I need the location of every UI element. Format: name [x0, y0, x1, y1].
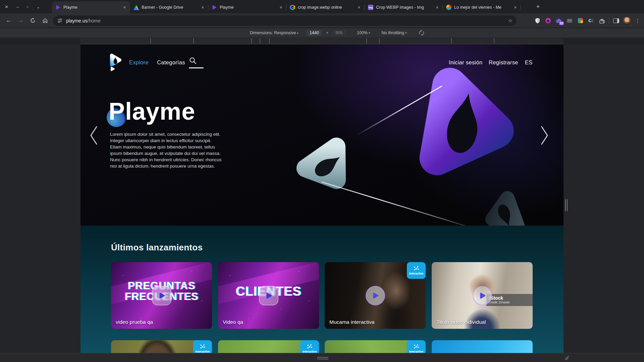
site-settings-icon[interactable]	[57, 18, 63, 23]
interactive-badge-label: Interactive	[303, 350, 317, 353]
search-input-underline	[189, 67, 204, 68]
new-tab-button[interactable]: +	[534, 3, 542, 11]
url-text[interactable]: playme.us/home	[66, 18, 101, 23]
site-viewport: Playme Lorem ipsum dolor sit amet, conse…	[80, 45, 564, 353]
nav-explore-link[interactable]: Explore	[129, 59, 149, 66]
img-favicon-icon: img	[368, 5, 373, 10]
playme-logo[interactable]	[109, 53, 122, 73]
video-card[interactable]: Interactive Mucama interactiva	[325, 262, 426, 329]
tab-close-icon[interactable]: ✕	[356, 5, 362, 10]
search-field[interactable]	[189, 57, 204, 66]
forward-button[interactable]: →	[16, 16, 25, 25]
reload-icon	[30, 18, 36, 23]
tab-google-drive[interactable]: Banner - Google Drive ✕	[130, 1, 208, 13]
nav-categories-link[interactable]: Categorías	[157, 59, 185, 66]
rotate-viewport-button[interactable]	[418, 29, 425, 36]
browser-toolbar: ← → playme.us/home ☆	[0, 13, 644, 28]
bookmark-star-icon[interactable]: ☆	[508, 18, 513, 24]
chevron-down-icon: ▾	[369, 31, 370, 35]
watermark-brand: iStock	[489, 296, 530, 301]
media-query-divider	[260, 38, 260, 44]
hero-wordmark: Playme	[109, 98, 253, 125]
sign-in-link[interactable]: Iniciar sesión	[449, 59, 483, 66]
tabs: Playme ✕ Banner - Google Drive ✕ Playme …	[52, 1, 521, 13]
side-panel-button[interactable]	[612, 17, 620, 24]
carousel-prev-button[interactable]	[89, 125, 98, 147]
video-card[interactable]: PREGUNTAS FRECUENTES video prueba qa	[111, 262, 212, 329]
url-path: /home	[88, 18, 101, 23]
play-button[interactable]	[473, 286, 492, 305]
playme-favicon-icon	[212, 5, 217, 10]
hero-description: Lorem ipsum dolor sit amet, consectetur …	[110, 131, 223, 169]
video-title: Video qa	[223, 319, 243, 325]
search-icon[interactable]	[189, 57, 197, 65]
latest-releases-section: Últimos lanzamientos PREGUNTAS FRECUENTE…	[80, 226, 564, 353]
tab-close-icon[interactable]: ✕	[434, 5, 440, 10]
tab-crop-webp[interactable]: img Crop WEBP images - Img ✕	[365, 1, 443, 13]
purple-extension[interactable]: 22	[555, 17, 562, 24]
play-button[interactable]	[366, 286, 385, 305]
profile-button[interactable]	[623, 17, 631, 24]
chevron-right-icon	[540, 125, 549, 145]
viewport-vertical-resize-handle[interactable]	[317, 357, 328, 358]
tab-close-icon[interactable]: ✕	[122, 5, 127, 10]
robot-extension[interactable]	[566, 17, 573, 24]
viewport-width-input[interactable]: 1440	[307, 30, 322, 36]
color-grid-icon	[578, 18, 583, 23]
color-grid-extension[interactable]	[577, 17, 584, 24]
tab-crop-image[interactable]: crop image.webp online ✕	[286, 1, 365, 13]
dimensions-dropdown[interactable]: Dimensions: Responsive▾	[250, 31, 299, 35]
media-query-divider	[269, 38, 270, 44]
network-icon	[413, 344, 419, 349]
colorzilla-extension[interactable]: C:	[587, 17, 595, 24]
pink-ring-icon	[545, 18, 551, 23]
zoom-dropdown[interactable]: 100%▾	[357, 31, 370, 35]
tab-close-icon[interactable]: ✕	[200, 5, 206, 10]
bottom-bar	[0, 353, 644, 362]
tab-playme-2[interactable]: Playme ✕	[208, 1, 286, 13]
url-host: playme.us	[66, 18, 88, 23]
carousel-next-button[interactable]	[540, 125, 549, 147]
google-favicon-icon	[290, 5, 295, 10]
media-query-bar[interactable]	[80, 38, 564, 44]
window-maximize-button[interactable]: ▫	[27, 5, 29, 9]
video-card[interactable]: iStock Credit: Zmaster Titulo video indi…	[432, 262, 533, 329]
window-close-button[interactable]: ✕	[5, 5, 8, 9]
back-button[interactable]: ←	[4, 16, 13, 25]
adblock-shield-extension[interactable]	[534, 17, 541, 24]
tab-lo-mejor[interactable]: Lo mejor del viernes - Me ✕	[443, 1, 521, 13]
extensions-menu-button[interactable]	[598, 17, 605, 24]
play-button[interactable]	[259, 286, 278, 305]
reload-button[interactable]	[28, 16, 38, 25]
video-card[interactable]: Interactive	[111, 340, 212, 353]
throttling-dropdown[interactable]: No throttling▾	[382, 31, 407, 35]
rotate-icon	[418, 29, 425, 36]
video-card[interactable]: CLIENTES Video qa	[218, 262, 319, 329]
browser-menu-button[interactable]: ⋮	[634, 17, 641, 24]
video-card[interactable]: Interactive	[325, 340, 426, 353]
robot-icon	[567, 19, 572, 23]
interactive-badge: Interactive	[407, 262, 426, 279]
window-minimize-button[interactable]: –	[16, 5, 19, 9]
tab-close-icon[interactable]: ✕	[513, 5, 518, 10]
media-query-divider	[494, 38, 494, 44]
window-menu-button[interactable]: ⌄	[37, 5, 40, 9]
chevron-down-icon: ▾	[405, 31, 407, 35]
viewport-horizontal-resize-handle[interactable]	[565, 199, 566, 211]
tab-playme-1[interactable]: Playme ✕	[52, 1, 130, 13]
video-card[interactable]: Interactive	[218, 340, 319, 353]
resize-corner-handle[interactable]	[564, 355, 569, 360]
language-selector[interactable]: ES	[525, 59, 533, 66]
network-icon	[307, 344, 313, 349]
viewport-height-input[interactable]: 906	[332, 30, 345, 36]
play-button[interactable]	[152, 286, 171, 305]
home-icon	[42, 18, 48, 23]
media-query-divider	[193, 38, 194, 44]
address-bar[interactable]: playme.us/home ☆	[53, 15, 517, 26]
pink-extension[interactable]	[544, 17, 552, 24]
home-button[interactable]	[40, 16, 50, 25]
kebab-menu-icon: ⋮	[635, 18, 640, 24]
video-card[interactable]	[432, 340, 533, 353]
register-link[interactable]: Registrarse	[489, 59, 518, 66]
tab-close-icon[interactable]: ✕	[278, 5, 284, 10]
